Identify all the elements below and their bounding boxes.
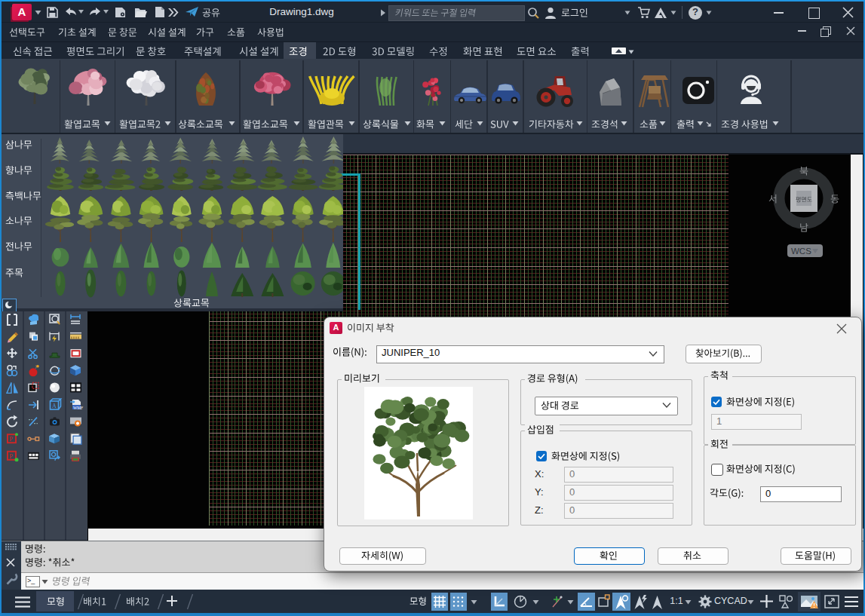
svg-text:P: P xyxy=(9,435,13,443)
svg-text:A: A xyxy=(52,403,57,409)
svg-text:WMF: WMF xyxy=(73,406,83,410)
svg-text:P: P xyxy=(9,452,13,460)
